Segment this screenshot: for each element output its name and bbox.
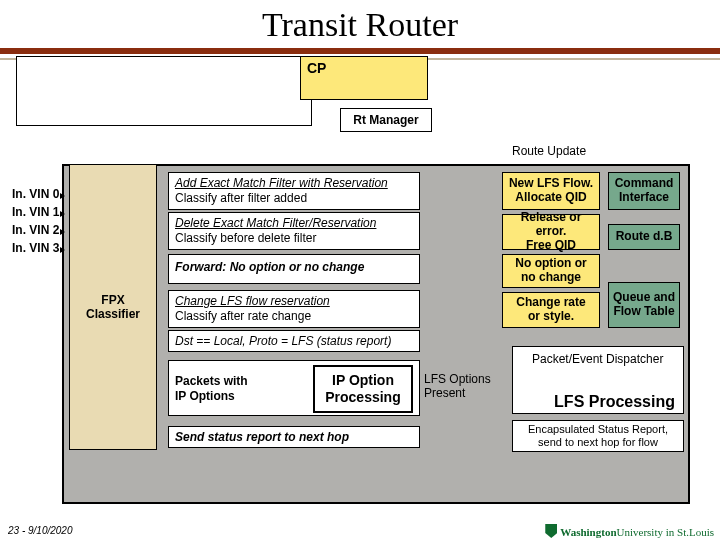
fpx-line2: Classifier	[86, 307, 140, 321]
vin0-arrow	[60, 193, 65, 199]
route-update-label: Route Update	[512, 144, 586, 158]
msg-packets-ip: Packets with IP Options IP Option Proces…	[168, 360, 420, 416]
msg-pkt2: IP Options	[175, 389, 313, 404]
msg-send: Send status report to next hop	[175, 430, 413, 445]
cmd2: Interface	[619, 191, 669, 205]
enc1: Encapsulated Status Report,	[528, 423, 668, 436]
wu-logo: WashingtonUniversity in St.Louis	[545, 524, 714, 538]
cmd-interface: Command Interface	[608, 172, 680, 210]
page-footer-left: 23 - 9/10/2020	[8, 525, 73, 536]
side-change-rate: Change rate or style.	[502, 292, 600, 328]
msg-dst-local: Dst == Local, Proto = LFS (status report…	[168, 330, 420, 352]
msg-send-status: Send status report to next hop	[168, 426, 420, 448]
qft1: Queue and	[613, 291, 675, 305]
fpx-classifier-box: FPX Classifier	[69, 164, 157, 450]
vin3-label: In. VIN 3	[12, 241, 59, 255]
msg-chg1: Change LFS flow reservation	[175, 294, 413, 309]
vin3-arrow	[60, 247, 65, 253]
rt-manager-label: Rt Manager	[353, 113, 418, 127]
vin0-label: In. VIN 0	[12, 187, 59, 201]
msg-delete-filter: Delete Exact Match Filter/Reservation Cl…	[168, 212, 420, 250]
noop1: No option or	[515, 257, 586, 271]
title-bar: Transit Router	[0, 0, 720, 54]
cp-outer-box	[16, 56, 312, 126]
route-db: Route d.B	[608, 224, 680, 250]
noop2: no change	[521, 271, 581, 285]
lfs-label: LFS Processing	[554, 393, 675, 411]
vin1-arrow	[60, 211, 65, 217]
side-no-option: No option or no change	[502, 254, 600, 288]
lfsopt2: Present	[424, 386, 491, 400]
queue-flow-table: Queue and Flow Table	[608, 282, 680, 328]
side-new-lfs: New LFS Flow. Allocate QID	[502, 172, 600, 210]
lfs-options-present: LFS Options Present	[424, 372, 491, 401]
msg-del2: Classify before delete filter	[175, 231, 413, 246]
enc2: send to next hop for flow	[538, 436, 658, 449]
page-title: Transit Router	[0, 0, 720, 50]
cmd1: Command	[615, 177, 674, 191]
shield-icon	[545, 524, 557, 538]
ipo1: IP Option	[332, 372, 394, 390]
msg-pkt1: Packets with	[175, 374, 313, 389]
side-new2: Allocate QID	[515, 191, 586, 205]
lfsopt1: LFS Options	[424, 372, 491, 386]
vin2-label: In. VIN 2	[12, 223, 59, 237]
ip-option-box: IP Option Processing	[313, 365, 413, 413]
msg-dst: Dst == Local, Proto = LFS (status report…	[175, 334, 413, 349]
qft2: Flow Table	[613, 305, 674, 319]
rel1: Release or error.	[507, 211, 595, 239]
encapsulated-status: Encapsulated Status Report, send to next…	[512, 420, 684, 452]
msg-change-flow: Change LFS flow reservation Classify aft…	[168, 290, 420, 328]
msg-del1: Delete Exact Match Filter/Reservation	[175, 216, 413, 231]
msg-forward: Forward: No option or no change	[168, 254, 420, 284]
msg-chg2: Classify after rate change	[175, 309, 413, 324]
fpx-line1: FPX	[101, 293, 124, 307]
vin1-label: In. VIN 1	[12, 205, 59, 219]
msg-fwd: Forward: No option or no change	[175, 260, 413, 275]
msg-add2: Classify after filter added	[175, 191, 413, 206]
ipo2: Processing	[325, 389, 400, 407]
footer-bar: 23 - 9/10/2020 WashingtonUniversity in S…	[0, 518, 720, 540]
rdb: Route d.B	[616, 230, 673, 244]
rate2: or style.	[528, 310, 574, 324]
packet-event-dispatcher: Packet/Event Dispatcher	[532, 352, 663, 366]
msg-add-filter: Add Exact Match Filter with Reservation …	[168, 172, 420, 210]
msg-add1: Add Exact Match Filter with Reservation	[175, 176, 413, 191]
cp-label: CP	[307, 60, 326, 76]
side-new1: New LFS Flow.	[509, 177, 593, 191]
rt-manager-box: Rt Manager	[340, 108, 432, 132]
cp-box: CP	[300, 56, 428, 100]
vin2-arrow	[60, 229, 65, 235]
side-release: Release or error. Free QID	[502, 214, 600, 250]
rate1: Change rate	[516, 296, 585, 310]
rel2: Free QID	[526, 239, 576, 253]
